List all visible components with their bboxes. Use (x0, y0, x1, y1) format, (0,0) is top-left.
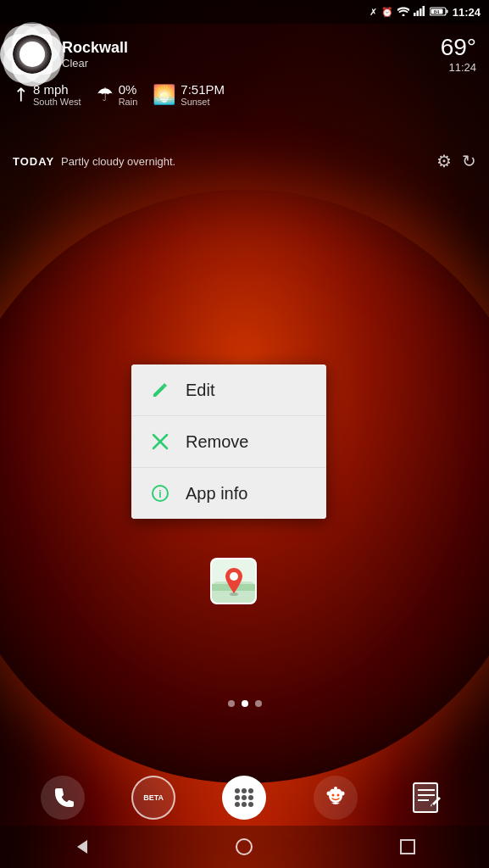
nav-bar (0, 826, 489, 868)
svg-point-27 (336, 794, 339, 797)
wind-text: 8 mph South West (33, 82, 81, 107)
svg-point-36 (236, 839, 252, 854)
svg-point-21 (248, 795, 253, 800)
weather-widget: Rockwall Clear 69° 11:24 ↗ 8 mph South W… (13, 34, 476, 107)
svg-point-23 (242, 802, 247, 807)
city-condition: Clear (62, 57, 128, 70)
x-icon (150, 431, 170, 452)
weather-details-row: ↗ 8 mph South West ☂ 0% Rain 🌅 7:51PM Su… (13, 82, 476, 107)
recents-button[interactable] (391, 830, 425, 864)
today-description: Partly cloudy overnight. (61, 155, 430, 168)
wind-value: 8 mph (33, 82, 81, 97)
refresh-button[interactable]: ↻ (462, 151, 476, 171)
remove-label: Remove (186, 432, 248, 452)
weather-left: Rockwall Clear (13, 35, 128, 74)
svg-rect-5 (446, 9, 447, 13)
sunset-label: Sunset (181, 97, 225, 107)
sunset-text: 7:51PM Sunset (181, 82, 225, 107)
status-time: 11:24 (453, 6, 481, 19)
svg-point-24 (248, 802, 253, 807)
dot-indicators (228, 700, 262, 707)
svg-point-15 (230, 572, 238, 581)
weather-time: 11:24 (441, 61, 476, 74)
dock-launcher[interactable] (220, 774, 268, 821)
svg-point-16 (235, 788, 240, 793)
status-bar: ✗ ⏰ 84 (0, 0, 489, 24)
dot-1 (228, 700, 235, 707)
rain-text: 0% Rain (119, 82, 138, 107)
rain-value: 0% (119, 82, 138, 97)
alarm-icon: ⏰ (381, 7, 393, 18)
edit-label: Edit (186, 381, 214, 400)
pencil-icon (150, 380, 170, 400)
svg-point-18 (248, 788, 253, 793)
wind-detail: ↗ 8 mph South West (13, 82, 81, 107)
svg-point-30 (334, 787, 337, 790)
battery-text: 84 (433, 9, 439, 14)
sun-icon (13, 35, 52, 74)
svg-point-19 (235, 795, 240, 800)
today-row: TODAY Partly cloudy overnight. ⚙ ↻ (13, 151, 476, 171)
menu-item-appinfo[interactable]: i App info (131, 468, 326, 519)
svg-point-28 (326, 792, 331, 796)
umbrella-icon: ☂ (97, 84, 114, 106)
signal-icon (414, 6, 425, 18)
dock-phone[interactable] (39, 774, 86, 821)
rain-detail: ☂ 0% Rain (97, 82, 138, 107)
sunset-detail: 🌅 7:51PM Sunset (153, 82, 225, 107)
sun-circle (19, 42, 45, 67)
dock-notes[interactable] (403, 774, 450, 821)
launcher-icon (222, 776, 266, 820)
context-menu: Edit Remove i App info (131, 364, 326, 519)
dock: BETA (0, 774, 489, 821)
info-icon: i (150, 483, 170, 504)
svg-rect-37 (401, 840, 414, 854)
bluetooth-icon: ✗ (370, 7, 377, 18)
sunset-value: 7:51PM (181, 82, 225, 97)
svg-marker-35 (77, 840, 87, 854)
home-button[interactable] (227, 830, 261, 864)
svg-rect-0 (414, 13, 416, 16)
google-maps-icon[interactable] (210, 558, 257, 604)
rain-label: Rain (119, 97, 138, 107)
svg-rect-1 (416, 11, 419, 17)
svg-point-20 (242, 795, 247, 800)
svg-rect-31 (414, 783, 437, 812)
svg-point-26 (331, 794, 334, 797)
svg-point-22 (235, 802, 240, 807)
today-controls: ⚙ ↻ (436, 151, 476, 171)
dot-2 (242, 700, 248, 707)
sunset-icon: 🌅 (153, 84, 175, 106)
wind-label: South West (33, 97, 81, 107)
city-name: Rockwall (62, 39, 128, 57)
wifi-icon (397, 7, 409, 18)
battery-icon: 84 (430, 7, 448, 18)
svg-point-29 (340, 792, 344, 796)
weather-city: Rockwall Clear (62, 39, 128, 70)
svg-text:i: i (158, 488, 161, 500)
svg-rect-2 (420, 8, 422, 16)
weather-right: 69° 11:24 (441, 34, 476, 74)
temperature-display: 69° (441, 34, 476, 61)
status-icons: ✗ ⏰ 84 (370, 6, 481, 19)
settings-button[interactable]: ⚙ (436, 151, 452, 171)
weather-main-row: Rockwall Clear 69° 11:24 (13, 34, 476, 74)
appinfo-label: App info (186, 484, 247, 504)
svg-point-17 (242, 788, 247, 793)
back-button[interactable] (64, 830, 98, 864)
svg-rect-3 (422, 6, 425, 16)
dock-reddit[interactable] (312, 774, 359, 821)
menu-item-edit[interactable]: Edit (131, 364, 326, 416)
menu-item-remove[interactable]: Remove (131, 416, 326, 468)
dock-beta[interactable]: BETA (130, 774, 177, 821)
dot-3 (255, 700, 262, 707)
today-label: TODAY (13, 155, 54, 168)
